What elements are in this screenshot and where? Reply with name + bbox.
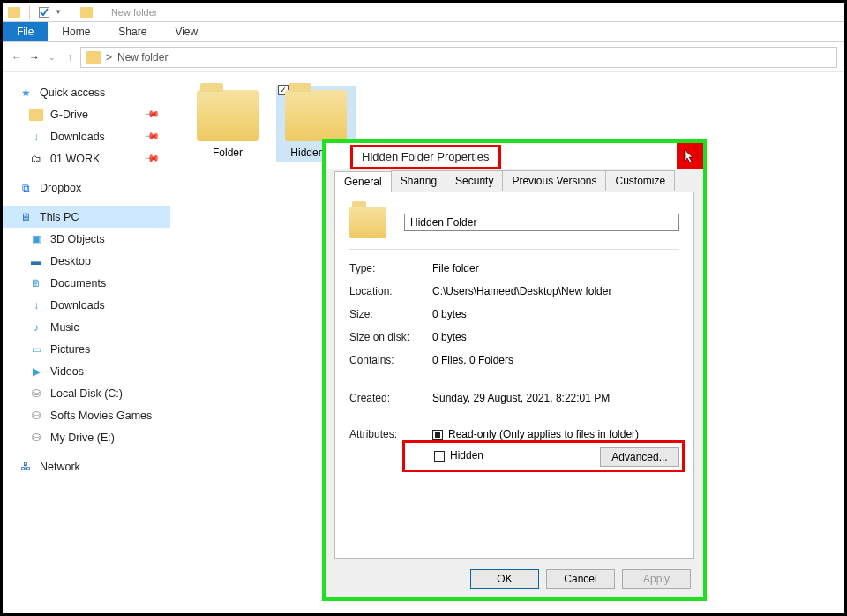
disk-icon: ⛁ [29,387,43,400]
folder-label: Folder [188,146,267,159]
dialog-body: Type:File folder Location:C:\Users\Hamee… [334,192,694,559]
tab-share[interactable]: Share [104,22,161,41]
sidebar-disk-d[interactable]: ⛁Softs Movies Games [3,404,170,426]
folder-icon [86,51,101,64]
qat-dropdown-icon[interactable]: ▼ [55,8,62,16]
contains-label: Contains: [349,354,432,366]
tab-previous-versions[interactable]: Previous Versions [502,170,606,191]
sidebar-desktop[interactable]: ▬Desktop [3,250,170,272]
sidebar-quick-access[interactable]: ★Quick access [3,81,170,103]
cancel-button[interactable]: Cancel [546,569,615,589]
sidebar-disk-c[interactable]: ⛁Local Disk (C:) [3,382,170,404]
tab-home[interactable]: Home [48,22,104,41]
tab-general[interactable]: General [334,171,392,192]
sidebar-gdrive[interactable]: G-Drive📌 [3,103,170,125]
explorer-window: ▼ New folder File Home Share View ← → ⌄ … [3,3,844,613]
dropbox-icon: ⧉ [19,182,33,194]
pin-icon: 📌 [143,106,160,123]
contains-value: 0 Files, 0 Folders [432,354,513,366]
disk-icon: ⛁ [29,432,43,444]
hidden-checkbox[interactable] [434,451,445,462]
videos-icon: ▶ [29,365,43,378]
sidebar-videos[interactable]: ▶Videos [3,360,170,382]
apply-button[interactable]: Apply [622,569,691,589]
cursor-icon [682,148,698,164]
type-value: File folder [432,262,479,274]
size-label: Size: [349,308,432,320]
folder-icon [197,90,259,141]
disk-icon: ⛁ [29,409,43,422]
created-value: Sunday, 29 August, 2021, 8:22:01 PM [432,392,610,404]
navbar: ← → ⌄ ↑ > New folder [3,42,844,72]
address-bar[interactable]: > New folder [80,47,837,68]
close-button[interactable] [677,143,703,169]
documents-icon: 🗎 [29,277,43,289]
music-icon: ♪ [29,321,43,334]
tab-customize[interactable]: Customize [605,170,675,191]
size-on-disk-label: Size on disk: [349,331,432,343]
location-value: C:\Users\Hameed\Desktop\New folder [432,285,611,297]
size-on-disk-value: 0 bytes [432,331,467,343]
window-title: New folder [111,7,158,18]
ok-button[interactable]: OK [470,569,539,589]
titlebar: ▼ New folder [3,3,844,22]
sidebar-disk-e[interactable]: ⛁My Drive (E:) [3,426,170,448]
readonly-checkbox[interactable] [432,430,443,440]
pin-icon: 📌 [143,150,160,167]
folder-icon [8,7,20,18]
sidebar-downloads[interactable]: Downloads [3,294,170,316]
dialog-buttons: OK Cancel Apply [470,569,691,589]
sidebar-pictures[interactable]: ▭Pictures [3,338,170,360]
attributes-label: Attributes: [349,428,432,440]
pictures-icon: ▭ [29,343,43,356]
dialog-title: Hidden Folder Properties [350,145,501,169]
pc-icon: 🖥 [19,211,33,223]
advanced-button[interactable]: Advanced... [600,447,679,467]
dialog-tabs: General Sharing Security Previous Versio… [326,169,703,191]
folder-icon [285,90,347,141]
up-icon[interactable]: ↑ [63,51,77,64]
folder-item[interactable]: Folder [188,90,267,159]
sidebar-01work[interactable]: 🗂01 WORK📌 [3,147,170,169]
type-label: Type: [349,262,432,274]
tab-view[interactable]: View [161,22,212,41]
download-icon [29,299,43,312]
sidebar-network[interactable]: 🖧Network [3,455,170,477]
created-label: Created: [349,392,432,404]
pin-icon: 📌 [143,128,160,145]
sidebar-music[interactable]: ♪Music [3,316,170,338]
location-label: Location: [349,285,432,297]
work-icon: 🗂 [29,153,43,165]
tab-file[interactable]: File [3,22,48,41]
nav-pane: ★Quick access G-Drive📌 Downloads📌 🗂01 WO… [3,72,170,613]
folder-name-input[interactable] [404,214,679,231]
readonly-label: Read-only (Only applies to files in fold… [448,428,639,440]
sidebar-documents[interactable]: 🗎Documents [3,272,170,294]
sidebar-this-pc[interactable]: 🖥This PC [3,206,170,228]
breadcrumb-sep: > [106,51,112,64]
folder-icon [349,207,386,238]
size-value: 0 bytes [432,308,467,320]
recent-dropdown-icon[interactable]: ⌄ [45,53,59,62]
folder-icon [80,7,93,18]
tab-sharing[interactable]: Sharing [391,170,446,191]
tab-security[interactable]: Security [446,170,503,191]
properties-dialog: Hidden Folder Properties General Sharing… [322,139,707,601]
ribbon-tabs: File Home Share View [3,22,844,42]
desktop-icon: ▬ [29,255,43,267]
hidden-label: Hidden [450,449,483,462]
sidebar-dropbox[interactable]: ⧉Dropbox [3,177,170,199]
forward-icon[interactable]: → [27,51,41,64]
breadcrumb-current[interactable]: New folder [117,51,168,64]
dialog-titlebar: Hidden Folder Properties [326,143,703,169]
sidebar-downloads-quick[interactable]: Downloads📌 [3,125,170,147]
sidebar-3d-objects[interactable]: ▣3D Objects [3,228,170,250]
network-icon: 🖧 [19,461,33,473]
cube-icon: ▣ [29,233,43,245]
back-icon[interactable]: ← [10,51,24,64]
check-icon[interactable] [39,7,49,18]
